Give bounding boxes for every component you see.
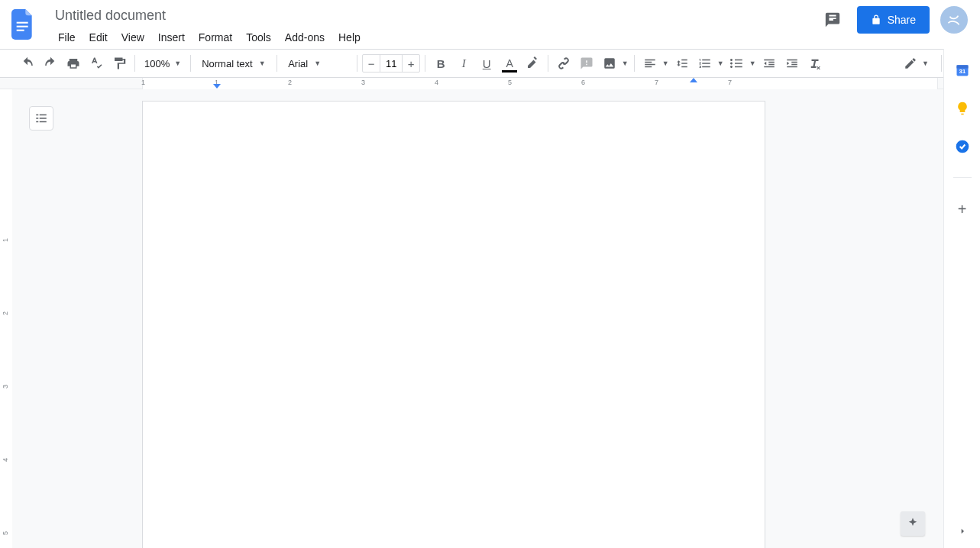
ruler-num: 1 (141, 79, 145, 86)
increase-font-button[interactable]: + (403, 57, 419, 70)
chevron-down-icon: ▼ (259, 60, 266, 67)
hide-sidepanel-button[interactable] (956, 525, 969, 537)
menu-insert[interactable]: Insert (152, 28, 191, 47)
print-button[interactable] (63, 53, 84, 74)
chevron-down-icon: ▼ (314, 60, 321, 67)
get-addons-button[interactable]: + (958, 201, 967, 218)
side-panel: 31 + (943, 49, 980, 548)
italic-button[interactable]: I (453, 53, 474, 74)
pencil-icon (904, 56, 917, 70)
highlight-button[interactable] (522, 53, 543, 74)
account-avatar[interactable] (940, 6, 968, 34)
align-button[interactable] (639, 53, 661, 74)
underline-button[interactable]: U (476, 53, 497, 74)
share-button[interactable]: Share (857, 6, 930, 34)
svg-rect-2 (17, 30, 24, 31)
spellcheck-button[interactable] (86, 53, 107, 74)
chevron-down-icon: ▼ (922, 60, 929, 67)
tasks-icon[interactable] (955, 139, 970, 154)
paint-format-button[interactable] (108, 53, 130, 74)
menu-edit[interactable]: Edit (83, 28, 114, 47)
insert-link-button[interactable] (553, 53, 574, 74)
left-indent-marker[interactable] (213, 84, 221, 89)
chevron-down-icon: ▼ (174, 60, 181, 67)
font-size-control: − + (362, 54, 420, 73)
toolbar: 100% ▼ Normal text ▼ Arial ▼ − + B I U A… (0, 49, 980, 78)
horizontal-ruler[interactable]: 1 1 2 3 4 5 6 7 7 (0, 78, 980, 89)
ruler-num: 7 (655, 79, 658, 86)
ruler-num: 4 (435, 79, 438, 86)
explore-button[interactable] (901, 511, 925, 536)
bulleted-list-dropdown[interactable]: ▼ (748, 60, 757, 67)
document-workspace (12, 89, 943, 548)
vruler-num: 1 (2, 238, 9, 242)
keep-icon[interactable] (955, 101, 970, 116)
bulleted-list-button[interactable] (726, 53, 748, 74)
svg-rect-1 (17, 26, 28, 27)
svg-point-3 (945, 11, 963, 29)
bold-button[interactable]: B (430, 53, 451, 74)
undo-button[interactable] (17, 53, 38, 74)
svg-rect-0 (17, 22, 28, 24)
share-label: Share (888, 14, 916, 26)
redo-button[interactable] (40, 53, 61, 74)
menu-format[interactable]: Format (192, 28, 238, 47)
menu-addons[interactable]: Add-ons (279, 28, 331, 47)
font-dropdown[interactable]: Arial ▼ (282, 58, 352, 69)
show-outline-button[interactable] (29, 106, 53, 131)
increase-indent-button[interactable] (781, 53, 803, 74)
document-page[interactable] (142, 101, 765, 548)
menubar: File Edit View Insert Format Tools Add-o… (52, 28, 367, 47)
vruler-num: 4 (2, 458, 9, 462)
editing-mode-dropdown[interactable]: ▼ (899, 56, 933, 70)
insert-image-dropdown[interactable]: ▼ (620, 60, 629, 67)
menu-file[interactable]: File (52, 28, 82, 47)
zoom-value: 100% (144, 58, 170, 69)
right-indent-marker[interactable] (690, 78, 697, 82)
document-title[interactable]: Untitled document (52, 6, 367, 25)
docs-home-icon[interactable] (9, 6, 37, 43)
ruler-num: 5 (508, 79, 512, 86)
ruler-num: 6 (581, 79, 585, 86)
menu-help[interactable]: Help (332, 28, 367, 47)
vruler-num: 2 (2, 311, 9, 315)
clear-formatting-button[interactable] (804, 53, 826, 74)
insert-image-button[interactable] (599, 53, 620, 74)
paragraph-style-dropdown[interactable]: Normal text ▼ (196, 58, 272, 69)
text-color-button[interactable]: A (499, 53, 520, 74)
lock-icon (871, 15, 881, 25)
decrease-font-button[interactable]: − (363, 57, 380, 70)
menu-view[interactable]: View (115, 28, 150, 47)
separator (953, 177, 972, 178)
ruler-num: 3 (361, 79, 365, 86)
vruler-num: 5 (2, 531, 9, 535)
vertical-ruler[interactable]: 1 2 3 4 5 (0, 89, 12, 548)
comments-button[interactable] (819, 6, 846, 34)
decrease-indent-button[interactable] (758, 53, 780, 74)
ruler-num: 2 (288, 79, 292, 86)
calendar-icon[interactable]: 31 (955, 63, 970, 78)
line-spacing-button[interactable] (671, 53, 693, 74)
paragraph-style-value: Normal text (202, 58, 252, 69)
align-dropdown[interactable]: ▼ (661, 60, 670, 67)
font-value: Arial (288, 58, 308, 69)
menu-tools[interactable]: Tools (240, 28, 277, 47)
insert-comment-button[interactable] (576, 53, 597, 74)
svg-text:31: 31 (959, 68, 965, 75)
numbered-list-dropdown[interactable]: ▼ (716, 60, 725, 67)
ruler-num: 7 (728, 79, 732, 86)
numbered-list-button[interactable] (694, 53, 716, 74)
zoom-dropdown[interactable]: 100% ▼ (140, 58, 186, 69)
font-size-input[interactable] (380, 55, 403, 72)
vruler-num: 3 (2, 385, 9, 388)
